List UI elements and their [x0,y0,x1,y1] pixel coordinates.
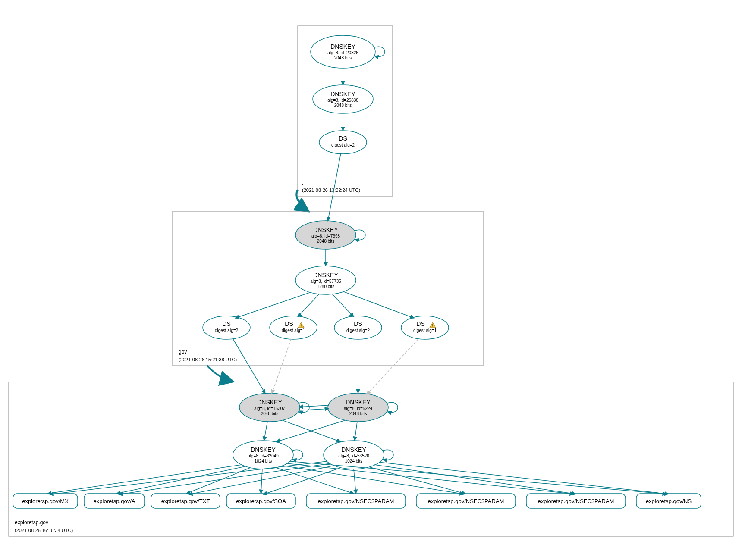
svg-text:digest alg=1: digest alg=1 [413,328,437,333]
svg-text:alg=8, id=26838: alg=8, id=26838 [327,98,358,103]
edge-self-exp-k2 [387,402,398,412]
node-gov-ds1[interactable]: DS digest alg=2 [203,316,250,339]
svg-text:DNSKEY: DNSKEY [330,91,355,97]
svg-text:digest alg=2: digest alg=2 [215,328,239,333]
edge-k4-n1 [354,469,356,494]
edge-k3-n2 [283,466,464,494]
svg-text:alg=8, id=15307: alg=8, id=15307 [254,406,285,411]
svg-point-9 [319,131,367,154]
node-rr-a[interactable]: exploretsp.gov/A [84,494,145,508]
svg-point-27 [334,316,382,339]
edge-exp-k2-k1 [299,405,329,407]
node-rr-txt[interactable]: exploretsp.gov/TXT [151,494,220,508]
svg-text:2048 bits: 2048 bits [334,56,352,60]
svg-text:exploretsp.gov/TXT: exploretsp.gov/TXT [161,498,210,504]
svg-text:exploretsp.gov/MX: exploretsp.gov/MX [22,498,69,504]
edge-self-root-k1 [374,47,385,56]
svg-text:exploretsp.gov/NSEC3PARAM: exploretsp.gov/NSEC3PARAM [538,498,614,504]
edge-k3-soa [261,469,262,494]
svg-text:exploretsp.gov/NSEC3PARAM: exploretsp.gov/NSEC3PARAM [318,498,394,504]
dnssec-graph: . (2021-08-26 13:02:24 UTC) DNSKEY alg=8… [0,0,745,560]
svg-text:exploretsp.gov/NSEC3PARAM: exploretsp.gov/NSEC3PARAM [428,498,504,504]
svg-text:digest alg=2: digest alg=2 [346,328,370,333]
svg-text:DNSKEY: DNSKEY [313,226,338,233]
node-gov-ds4[interactable]: DS digest alg=1 ! [401,316,449,339]
svg-text:digest alg=1: digest alg=1 [282,328,305,333]
svg-point-23 [270,316,317,339]
svg-text:DS: DS [416,320,424,327]
node-exp-dnskey-5224[interactable]: DNSKEY alg=8, id=5224 2048 bits [328,393,388,422]
node-gov-dnskey-7698[interactable]: DNSKEY alg=8, id=7698 2048 bits [295,221,356,249]
svg-text:exploretsp.gov/A: exploretsp.gov/A [94,498,135,504]
edge-zone-gov-exp [207,366,233,382]
edge-exp-k2-k4 [355,422,357,441]
svg-text:2048 bits: 2048 bits [317,239,335,244]
zone-root-label: . [302,180,303,186]
node-rr-n3p3[interactable]: exploretsp.gov/NSEC3PARAM [526,494,626,508]
node-root-ds[interactable]: DS digest alg=2 [319,131,367,154]
edge-k3-ns [290,461,666,494]
edge-gov-k2-ds4 [343,291,414,318]
svg-text:!: ! [432,323,433,328]
svg-text:exploretsp.gov/SOA: exploretsp.gov/SOA [236,498,286,504]
svg-text:DNSKEY: DNSKEY [251,446,276,453]
svg-text:1024 bits: 1024 bits [345,459,363,463]
node-root-dnskey-26838[interactable]: DNSKEY alg=8, id=26838 2048 bits [313,85,373,113]
svg-text:alg=8, id=20326: alg=8, id=20326 [327,50,358,55]
node-gov-ds3[interactable]: DS digest alg=2 [334,316,382,339]
svg-text:DS: DS [339,135,347,142]
edge-self-exp-k3 [292,450,303,460]
edge-gov-k2-ds2 [298,294,319,317]
edge-k4-n3 [374,465,576,494]
edge-gov-k2-ds3 [332,294,354,317]
svg-text:1024 bits: 1024 bits [255,459,272,463]
edge-k4-mx [50,461,327,494]
zone-root-date: (2021-08-26 13:02:24 UTC) [302,188,360,193]
svg-text:!: ! [300,323,302,328]
edge-k3-n1 [276,468,354,494]
edge-self-gov-k1 [355,230,365,240]
svg-text:DS: DS [354,320,362,327]
svg-text:alg=8, id=57735: alg=8, id=57735 [310,279,341,284]
node-rr-ns[interactable]: exploretsp.gov/NS [636,494,701,508]
svg-text:DNSKEY: DNSKEY [313,272,338,278]
zone-gov-label: gov [179,349,187,355]
zone-exploretsp-date: (2021-08-26 16:18:34 UTC) [15,528,73,533]
node-exp-dnskey-15307[interactable]: DNSKEY alg=8, id=15307 2048 bits [239,393,300,422]
edge-exp-k2-k3 [276,420,345,442]
zone-exploretsp-label: exploretsp.gov [15,519,48,526]
svg-text:digest alg=2: digest alg=2 [331,143,355,147]
edge-k3-mx [47,465,242,494]
svg-text:alg=8, id=7698: alg=8, id=7698 [311,234,340,238]
node-exp-dnskey-62049[interactable]: DNSKEY alg=8, id=62049 1024 bits [233,441,293,469]
node-gov-dnskey-57735[interactable]: DNSKEY alg=8, id=57735 1280 bits [295,266,356,294]
svg-text:2048 bits: 2048 bits [334,103,352,108]
svg-point-20 [203,316,250,339]
edge-gov-k2-ds1 [235,292,311,318]
svg-text:2048 bits: 2048 bits [261,411,279,416]
svg-text:DNSKEY: DNSKEY [257,399,282,406]
svg-text:DNSKEY: DNSKEY [330,43,355,50]
edge-gov-ds4-exp-k2 [367,339,418,394]
node-gov-ds2[interactable]: DS digest alg=1 ! [270,316,317,339]
edge-self-exp-k4 [383,450,393,460]
node-rr-n3p2[interactable]: exploretsp.gov/NSEC3PARAM [416,494,516,508]
edge-k4-a [119,463,330,494]
edge-gov-ds1-exp-k1 [233,339,265,394]
svg-text:2048 bits: 2048 bits [349,411,367,416]
edge-self-exp-k1 [299,402,309,412]
edge-zone-root-gov [296,190,308,211]
node-rr-soa[interactable]: exploretsp.gov/SOA [226,494,295,508]
svg-text:alg=8, id=5224: alg=8, id=5224 [344,406,373,411]
node-rr-n3p1[interactable]: exploretsp.gov/NSEC3PARAM [306,494,406,508]
svg-text:DS: DS [285,320,293,327]
edge-exp-k1-k2 [299,409,329,410]
svg-text:DNSKEY: DNSKEY [341,446,366,453]
svg-text:DNSKEY: DNSKEY [346,399,371,406]
svg-text:1280 bits: 1280 bits [317,284,335,289]
edge-gov-ds2-exp-k1 [272,339,291,394]
node-rr-mx[interactable]: exploretsp.gov/MX [13,494,78,508]
edge-exp-k1-k3 [264,422,267,441]
svg-text:DS: DS [222,320,230,327]
node-root-dnskey-20326[interactable]: DNSKEY alg=8, id=20326 2048 bits [311,35,375,68]
